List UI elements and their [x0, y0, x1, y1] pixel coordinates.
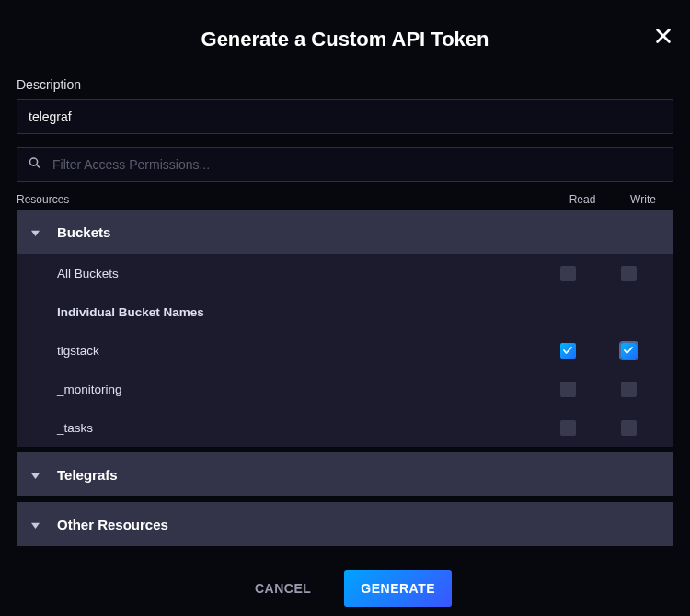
checkbox-write[interactable]: [621, 343, 637, 359]
description-input[interactable]: [17, 99, 673, 134]
group-header-telegrafs[interactable]: Telegrafs: [17, 452, 673, 496]
checkbox-read[interactable]: [560, 382, 576, 397]
svg-line-3: [37, 165, 40, 167]
group-header-buckets[interactable]: Buckets: [17, 210, 673, 254]
svg-marker-6: [31, 522, 40, 528]
generate-button[interactable]: GENERATE: [344, 570, 452, 607]
chevron-down-icon: [31, 517, 40, 532]
checkbox-write[interactable]: [621, 382, 637, 397]
group-title: Buckets: [57, 224, 110, 240]
row-bucket: tigstack: [17, 331, 673, 370]
group-title: Telegrafs: [57, 467, 118, 483]
row-label: All Buckets: [57, 267, 537, 280]
checkbox-read[interactable]: [560, 420, 576, 436]
checkbox-write[interactable]: [621, 420, 637, 436]
chevron-down-icon: [31, 224, 40, 240]
row-label: _monitoring: [57, 382, 537, 396]
description-label: Description: [17, 77, 673, 92]
row-label: _tasks: [57, 421, 537, 435]
checkbox-read[interactable]: [560, 343, 576, 359]
close-icon[interactable]: [653, 26, 673, 50]
row-all-buckets: All Buckets: [17, 254, 673, 292]
svg-marker-5: [31, 473, 40, 478]
search-icon: [28, 156, 41, 174]
subheader-label: Individual Bucket Names: [57, 305, 537, 319]
column-header-write: Write: [613, 193, 673, 206]
row-label: tigstack: [57, 344, 537, 358]
cancel-button[interactable]: CANCEL: [238, 570, 328, 607]
row-bucket: _monitoring: [17, 370, 673, 408]
modal-title: Generate a Custom API Token: [17, 28, 673, 51]
column-header-resources: Resources: [17, 193, 552, 206]
row-subheader: Individual Bucket Names: [17, 292, 673, 331]
checkbox-write[interactable]: [621, 266, 637, 281]
row-bucket: _tasks: [17, 408, 673, 447]
column-header-read: Read: [552, 193, 613, 206]
chevron-down-icon: [31, 467, 40, 483]
group-header-other[interactable]: Other Resources: [17, 502, 673, 546]
search-input[interactable]: [17, 147, 673, 182]
checkbox-read[interactable]: [560, 266, 576, 281]
svg-marker-4: [31, 230, 40, 235]
group-title: Other Resources: [57, 517, 168, 532]
